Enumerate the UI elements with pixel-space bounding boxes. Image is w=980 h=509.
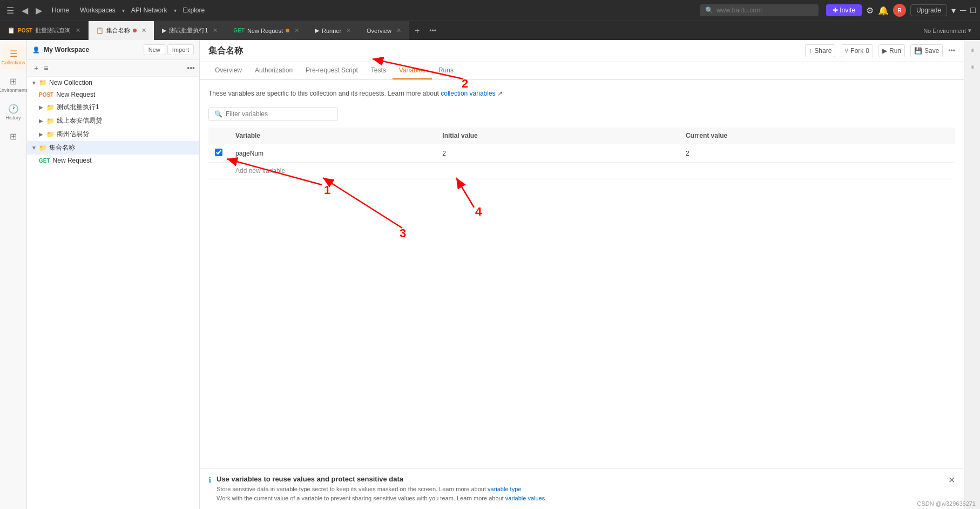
sidebar-content: + ≡ ••• ▼ 📁 New Collection POST New Requ… [27,60,199,509]
home-link[interactable]: Home [48,4,73,16]
right-panel-icon-2[interactable]: ≡ [967,61,978,73]
bottom-banner: ℹ Use variables to reuse values and prot… [200,468,964,509]
banner-desc1-text: Store sensitive data in variable type se… [217,486,486,492]
environment-selector[interactable]: No Environment ▾ [919,27,976,34]
tab-authorization[interactable]: Authorization [248,62,299,79]
tab-pre-request[interactable]: Pre-request Script [299,62,364,79]
sidebar-more-icon[interactable]: ••• [187,64,195,72]
run-button[interactable]: ▶ Run [878,44,905,57]
tree-batch-arrow: ▶ [39,104,46,110]
tree-item-hengzhou[interactable]: ▶ 📁 衢州信易贷 [27,128,199,141]
settings-icon[interactable]: ⚙ [866,5,874,16]
tab-runner-close-icon[interactable]: ✕ [346,27,351,34]
tab-new-request-label: New Request [247,28,283,34]
tab-overview-close-icon[interactable]: ✕ [396,27,401,34]
tab-batch[interactable]: ▶ 测试批量执行1 ✕ [154,21,226,40]
tab-runs[interactable]: Runs [432,62,460,79]
api-network-arrow: ▾ [174,8,177,14]
tab-collection[interactable]: 📋 集合名称 ✕ [89,21,154,40]
search-input[interactable] [717,6,803,14]
tree-item-get-request[interactable]: GET New Request [27,155,199,166]
upgrade-arrow-icon[interactable]: ▾ [951,5,956,16]
sidebar-nav-flows[interactable]: ⊞ [2,127,25,147]
tab-post-request[interactable]: 📋 POST 批量测试查询 ✕ [0,21,89,40]
collection-title: 集合名称 [208,45,805,57]
tab-batch-close-icon[interactable]: ✕ [213,27,218,34]
add-var-checkbox-cell [208,163,229,179]
tree-item-post-request[interactable]: POST New Request [27,89,199,101]
add-variable-row[interactable]: Add new variable [208,163,955,179]
run-label: Run [889,47,901,55]
tab-new-request[interactable]: GET New Request ✕ [226,21,307,40]
tab-active-dot [133,29,137,32]
tab-runner[interactable]: ▶ Runner ✕ [307,21,359,40]
import-button[interactable]: Import [167,44,194,55]
inner-tabs: Overview Authorization Pre-request Scrip… [200,62,964,80]
right-panel: 集合名称 ↑ Share ⑂ Fork 0 ▶ Run 💾 Save [200,40,964,509]
row-initial-value[interactable]: 2 [436,144,679,163]
filter-input[interactable] [226,110,332,118]
bell-icon[interactable]: 🔔 [878,5,889,16]
tree-item-taian[interactable]: ▶ 📁 线上泰安信易贷 [27,114,199,128]
tree-collection-label: New Collection [49,79,195,86]
workspaces-link[interactable]: Workspaces [76,4,120,16]
tree-item-test-batch[interactable]: ▶ 📁 测试批量执行1 [27,101,199,114]
tab-overview[interactable]: Overview ✕ [359,21,409,40]
banner-desc1: Store sensitive data in variable type se… [217,485,943,494]
sidebar-nav-history[interactable]: 🕐 History [2,99,25,125]
tabs-more-button[interactable]: ••• [425,27,441,35]
col-initial-value: Initial value [436,128,679,144]
row-checkbox[interactable] [215,149,222,156]
right-side-panel: ≡ ≡ [964,40,980,509]
hamburger-icon[interactable]: ☰ [4,3,16,18]
new-button[interactable]: New [144,44,165,55]
variable-type-link[interactable]: variable type [488,486,521,492]
tree-item-new-collection[interactable]: ▼ 📁 New Collection [27,77,199,89]
sidebar-nav-collections[interactable]: ☰ Collections [2,44,25,70]
tree-expand-icon: ▼ [31,80,39,86]
collection-actions: ↑ Share ⑂ Fork 0 ▶ Run 💾 Save ••• [805,44,955,57]
forward-icon[interactable]: ▶ [33,3,44,18]
row-current-value[interactable]: 2 [679,144,955,163]
minimize-icon[interactable]: ─ [960,5,966,15]
sidebar-nav: ☰ Collections ⊞ Environments 🕐 History ⊞ [0,40,27,509]
api-network-link[interactable]: API Network [127,4,172,16]
collection-variables-link[interactable]: collection variables [441,90,495,97]
invite-button[interactable]: ✚ Invite [826,4,862,16]
maximize-icon[interactable]: □ [970,5,976,15]
share-button[interactable]: ↑ Share [805,44,835,57]
menu-icon[interactable]: ≡ [41,62,51,74]
workspace-name: My Workspace [44,46,89,53]
user-icon: 👤 [32,46,40,53]
tree-item-jihe[interactable]: ▼ 📁 集合名称 [27,141,199,155]
history-label: History [5,115,21,120]
watermark: CSDN @w329636271 [917,500,976,507]
tab-runner-icon: ▶ [315,27,319,34]
tab-variables[interactable]: Variables [393,62,432,79]
save-button[interactable]: 💾 Save [910,44,943,57]
collection-more-icon[interactable]: ••• [948,47,955,55]
banner-title: Use variables to reuse values and protec… [217,475,943,483]
tree-batch-folder-icon: 📁 [46,104,55,111]
tab-collection-close-icon[interactable]: ✕ [141,27,146,34]
tab-overview[interactable]: Overview [208,62,248,79]
tab-close-icon[interactable]: ✕ [76,27,80,34]
variable-values-link[interactable]: variable values [505,495,545,501]
filter-search-icon: 🔍 [214,110,222,118]
back-icon[interactable]: ◀ [19,3,30,18]
row-variable-name[interactable]: pageNum [229,144,436,163]
tab-collection-icon: 📋 [96,27,104,34]
upgrade-button[interactable]: Upgrade [910,4,947,16]
fork-button[interactable]: ⑂ Fork 0 [841,44,873,57]
right-panel-icon-1[interactable]: ≡ [967,44,978,57]
tabs-add-button[interactable]: + [409,26,425,36]
explore-link[interactable]: Explore [179,4,209,16]
avatar[interactable]: R [893,4,906,17]
tab-tests[interactable]: Tests [364,62,393,79]
banner-close-button[interactable]: ✕ [948,475,955,485]
tab-new-request-close-icon[interactable]: ✕ [294,27,299,34]
add-variable-label[interactable]: Add new variable [229,163,955,179]
add-collection-icon[interactable]: + [31,62,41,74]
topbar-actions: ✚ Invite ⚙ 🔔 R Upgrade ▾ ─ □ [826,4,976,17]
sidebar-nav-environments[interactable]: ⊞ Environments [2,72,25,97]
